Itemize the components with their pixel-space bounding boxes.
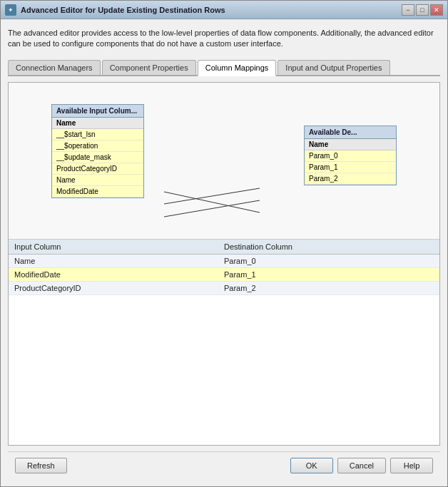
ok-button[interactable]: OK <box>290 458 333 473</box>
cancel-button[interactable]: Cancel <box>337 458 386 473</box>
input-box-title: Available Input Colum... <box>52 105 143 118</box>
main-panel: Available Input Colum... Name __$start_l… <box>8 82 440 446</box>
table-row[interactable]: Name Param_0 <box>9 255 439 268</box>
table-row[interactable]: ModifiedDate Param_1 <box>9 268 439 282</box>
dest-item-1[interactable]: Param_1 <box>305 162 396 173</box>
footer-left: Refresh <box>15 458 67 473</box>
titlebar-left: ✦ Advanced Editor for Update Existing De… <box>5 4 225 16</box>
tab-column-mappings[interactable]: Column Mappings <box>198 60 277 76</box>
titlebar-controls: − □ ✕ <box>402 4 443 16</box>
description-text: The advanced editor provides access to t… <box>8 26 440 54</box>
table-header-row: Input Column Destination Column <box>9 240 439 255</box>
svg-line-1 <box>164 200 260 217</box>
mapping-area: Available Input Colum... Name __$start_l… <box>9 83 439 240</box>
row1-input: ModifiedDate <box>14 270 224 279</box>
refresh-button[interactable]: Refresh <box>15 458 67 473</box>
dest-column-box: Available De... Name Param_0 Param_1 Par… <box>304 125 397 185</box>
tab-bar: Connection Managers Component Properties… <box>8 60 440 76</box>
footer-right: OK Cancel Help <box>290 458 433 473</box>
close-button[interactable]: ✕ <box>430 4 443 16</box>
tab-component-properties[interactable]: Component Properties <box>102 60 196 75</box>
input-item-3[interactable]: ProductCategoryID <box>52 163 143 175</box>
window-icon: ✦ <box>5 4 16 16</box>
table-row[interactable]: ProductCategoryID Param_2 <box>9 282 439 295</box>
mapping-table: Input Column Destination Column Name Par… <box>9 240 439 445</box>
minimize-button[interactable]: − <box>402 4 414 16</box>
input-item-0[interactable]: __$start_lsn <box>52 129 143 140</box>
dest-box-header: Name <box>305 139 396 150</box>
input-box-header: Name <box>52 118 143 129</box>
tab-input-output-properties[interactable]: Input and Output Properties <box>278 60 390 75</box>
titlebar: ✦ Advanced Editor for Update Existing De… <box>1 1 447 19</box>
row2-dest: Param_2 <box>224 284 434 292</box>
row0-dest: Param_0 <box>224 257 434 265</box>
input-item-2[interactable]: __$update_mask <box>52 152 143 163</box>
tab-connection-managers[interactable]: Connection Managers <box>8 60 101 75</box>
window-title: Advanced Editor for Update Existing Dest… <box>21 6 225 14</box>
row2-input: ProductCategoryID <box>14 284 224 292</box>
input-item-5[interactable]: ModifiedDate <box>52 186 143 198</box>
col1-header: Input Column <box>14 242 224 251</box>
maximize-button[interactable]: □ <box>416 4 429 16</box>
col2-header: Destination Column <box>224 242 434 251</box>
dest-item-0[interactable]: Param_0 <box>305 150 396 162</box>
input-item-1[interactable]: __$operation <box>52 140 143 152</box>
content-area: The advanced editor provides access to t… <box>1 19 447 486</box>
dest-item-2[interactable]: Param_2 <box>305 173 396 185</box>
main-window: ✦ Advanced Editor for Update Existing De… <box>0 0 448 487</box>
footer: Refresh OK Cancel Help <box>8 451 440 479</box>
row0-input: Name <box>14 257 224 265</box>
input-column-box: Available Input Colum... Name __$start_l… <box>51 104 144 198</box>
help-button[interactable]: Help <box>390 458 433 473</box>
svg-line-0 <box>164 188 260 204</box>
svg-line-2 <box>164 192 260 212</box>
input-item-4[interactable]: Name <box>52 175 143 186</box>
dest-box-title: Available De... <box>305 126 396 139</box>
row1-dest: Param_1 <box>224 270 434 279</box>
